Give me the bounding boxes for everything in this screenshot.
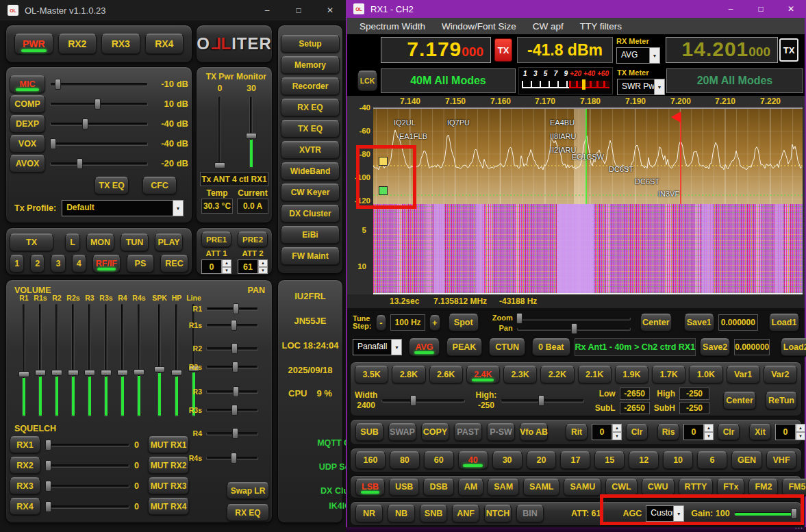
slider-handle[interactable]: [50, 138, 56, 149]
spot-button[interactable]: Spot: [449, 314, 479, 331]
mute-button-mut-rx3[interactable]: MUT RX3: [148, 477, 189, 494]
spin-up-icon[interactable]: ▲: [222, 259, 231, 267]
rx-select-button-rx3[interactable]: RX3: [101, 34, 140, 54]
slider-handle[interactable]: [117, 370, 128, 376]
filter-button-2-8k[interactable]: 2.8K: [392, 366, 425, 383]
slider-handle[interactable]: [231, 405, 238, 416]
filter-button-2-3k[interactable]: 2.3K: [503, 366, 537, 383]
volume-slider-r3s[interactable]: [101, 303, 112, 417]
mode-button-cwu[interactable]: CWU: [642, 479, 675, 496]
maximize-icon[interactable]: □: [283, 0, 314, 21]
slider-handle[interactable]: [95, 99, 101, 110]
comp-slider[interactable]: [50, 99, 148, 110]
slider-handle[interactable]: [45, 440, 51, 451]
waterfall-display[interactable]: [373, 204, 803, 293]
spin-up-icon[interactable]: ▲: [612, 424, 622, 432]
tool-button-recorder[interactable]: Recorder: [281, 77, 340, 95]
tx-b-button[interactable]: TX: [779, 38, 798, 62]
mode-button-fm2[interactable]: FM2: [748, 479, 778, 496]
retune-button[interactable]: ReTun: [766, 392, 797, 409]
menu-item-cw-apf[interactable]: CW apf: [526, 19, 570, 34]
filter-center-button[interactable]: Center: [723, 392, 756, 409]
ptt-button-tun[interactable]: TUN: [121, 233, 149, 251]
slider-handle[interactable]: [18, 371, 29, 377]
mic-slider[interactable]: [50, 79, 148, 90]
slider-handle[interactable]: [35, 370, 46, 376]
vfo-op-button-vfo-ab[interactable]: Vfo AB: [520, 423, 548, 441]
vfo-op-button-copy[interactable]: COPY: [421, 423, 449, 441]
tool-button-memory[interactable]: Memory: [281, 56, 340, 74]
slider-handle[interactable]: [82, 118, 88, 129]
tool-button-setup[interactable]: Setup: [281, 35, 340, 53]
slider-handle[interactable]: [68, 370, 79, 376]
load2-button[interactable]: Load2: [781, 338, 806, 356]
band-button-20[interactable]: 20: [527, 451, 557, 469]
dx-spot-ea1flb[interactable]: EA1FLB: [399, 132, 427, 140]
slider-handle[interactable]: [516, 313, 522, 324]
save1-button[interactable]: Save1: [684, 314, 714, 331]
rit-button[interactable]: Rit: [566, 424, 588, 440]
volume-slider-r2[interactable]: [51, 303, 62, 417]
slider-handle[interactable]: [45, 501, 51, 512]
filter-button-1-9k[interactable]: 1.9K: [615, 366, 648, 383]
dsp-button-nb[interactable]: NB: [388, 505, 415, 522]
load1-button[interactable]: Load1: [769, 314, 799, 331]
dsp-button-anf[interactable]: ANF: [452, 505, 479, 522]
tool-button-fw-maint[interactable]: FW Maint: [281, 247, 340, 265]
rx-meter-dropdown[interactable]: AVG ▼: [616, 47, 660, 64]
ris-button[interactable]: Ris: [657, 424, 679, 440]
rx-select-button-pwr[interactable]: PWR: [14, 34, 53, 54]
minimize-icon[interactable]: –: [251, 0, 283, 21]
mode-button-ftx[interactable]: FTx: [717, 479, 744, 496]
filter-button-var1[interactable]: Var1: [727, 366, 760, 383]
slider-handle[interactable]: [214, 162, 225, 168]
band-button-17[interactable]: 17: [560, 451, 590, 469]
slider-handle[interactable]: [84, 370, 95, 376]
waterfall-max-level-handle[interactable]: [379, 157, 388, 166]
dsp-button-nr[interactable]: NR: [355, 505, 383, 522]
ptt-button-rec[interactable]: REC: [160, 255, 188, 273]
tool-button-xvtr[interactable]: XVTR: [281, 141, 340, 159]
ris-clear-button[interactable]: Clr: [718, 424, 740, 440]
volume-slider-spk[interactable]: [154, 303, 165, 417]
spectrum-display[interactable]: IQ2ULEA1FLBIQ7PUEA4BUII8IARUII2IARUEC1CS…: [373, 107, 803, 204]
dropdown-arrow-icon[interactable]: ▼: [673, 506, 683, 521]
mode-button-lsb[interactable]: LSB: [355, 479, 385, 496]
att1-spinner[interactable]: 0▲▼: [201, 259, 231, 274]
dx-spot-iq2ul[interactable]: IQ2UL: [394, 118, 416, 127]
pan-slider-r2s[interactable]: [206, 362, 258, 372]
dx-spot-in3vf[interactable]: IN3VF: [658, 190, 679, 198]
slider-handle[interactable]: [231, 453, 237, 464]
tool-button-eibi[interactable]: EiBi: [281, 226, 340, 244]
cfc-button[interactable]: CFC: [142, 177, 177, 194]
vfo-a-display[interactable]: 7.179000: [381, 37, 491, 63]
minimize-icon[interactable]: –: [716, 0, 746, 18]
pan-slider[interactable]: [517, 323, 631, 333]
slider-handle[interactable]: [538, 395, 544, 406]
slider-handle[interactable]: [101, 370, 112, 376]
mute-button-mut-rx2[interactable]: MUT RX2: [148, 457, 189, 474]
vfo-op-button-p-sw[interactable]: P-SW: [487, 423, 515, 441]
slider-handle[interactable]: [233, 303, 239, 314]
tool-button-dx-cluster[interactable]: DX Cluster: [281, 205, 340, 223]
squelch-slider-rx1[interactable]: [45, 440, 129, 451]
spin-down-icon[interactable]: ▼: [612, 432, 622, 440]
mode-button-rtty[interactable]: RTTY: [679, 479, 714, 496]
resize-grip[interactable]: ...: [795, 522, 803, 530]
band-button-40[interactable]: 40: [458, 451, 488, 469]
pan-slider-r1s[interactable]: [206, 320, 258, 331]
pan-slider-r4s[interactable]: [206, 453, 258, 464]
waterfall-min-level-handle[interactable]: [379, 186, 388, 195]
band-button-160[interactable]: 160: [355, 451, 386, 469]
pan-slider-r3[interactable]: [206, 386, 258, 397]
vox-slider[interactable]: [50, 138, 148, 149]
step-up-button[interactable]: +: [429, 315, 440, 331]
pan-slider-r2[interactable]: [206, 343, 258, 354]
tool-button-rx-eq[interactable]: RX EQ: [281, 99, 340, 116]
ptt-button-l[interactable]: L: [65, 233, 80, 251]
slider-handle[interactable]: [134, 369, 144, 375]
rit-spinner[interactable]: 0▲▼: [592, 424, 622, 440]
mode-button-dsb[interactable]: DSB: [423, 479, 453, 496]
mode-button-cwl[interactable]: CWL: [605, 479, 637, 496]
close-icon[interactable]: ✕: [314, 0, 346, 21]
